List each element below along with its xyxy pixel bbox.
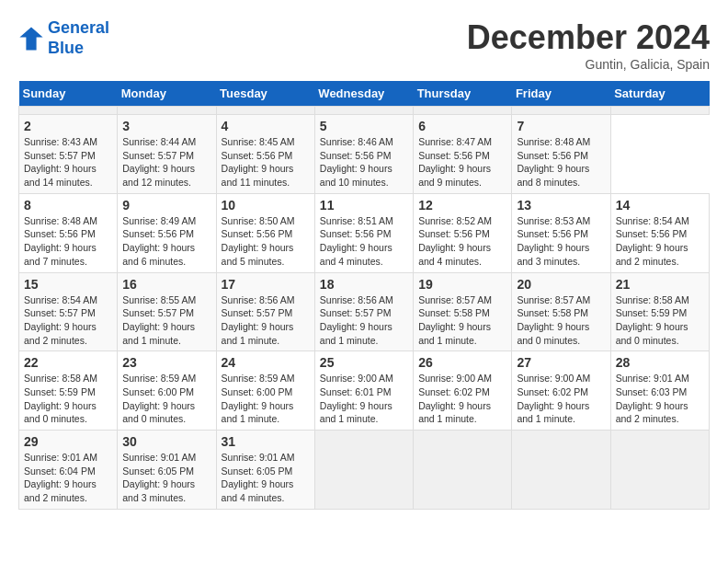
table-row <box>512 431 610 510</box>
day-number: 13 <box>517 198 605 213</box>
day-number: 28 <box>616 355 704 370</box>
table-row <box>414 431 512 510</box>
table-row: 21 Sunrise: 8:58 AMSunset: 5:59 PMDaylig… <box>610 272 709 351</box>
day-number: 20 <box>517 277 605 292</box>
day-number: 11 <box>320 198 408 213</box>
day-info: Sunrise: 8:53 AMSunset: 5:56 PMDaylight:… <box>517 215 590 267</box>
table-row: 30 Sunrise: 9:01 AMSunset: 6:05 PMDaylig… <box>118 431 216 510</box>
day-number: 17 <box>222 277 310 292</box>
table-row: 7 Sunrise: 8:48 AMSunset: 5:56 PMDayligh… <box>512 115 610 194</box>
day-info: Sunrise: 8:54 AMSunset: 5:56 PMDaylight:… <box>616 215 689 267</box>
day-number: 2 <box>24 119 112 133</box>
table-row: 22 Sunrise: 8:58 AMSunset: 5:59 PMDaylig… <box>19 351 118 431</box>
svg-marker-0 <box>19 27 42 50</box>
col-friday: Friday <box>512 81 610 107</box>
title-block: December 2024 Guntin, Galicia, Spain <box>467 18 710 72</box>
day-info: Sunrise: 8:58 AMSunset: 5:59 PMDaylight:… <box>24 373 97 424</box>
day-info: Sunrise: 9:00 AMSunset: 6:02 PMDaylight:… <box>418 373 492 424</box>
day-info: Sunrise: 8:48 AMSunset: 5:56 PMDaylight:… <box>24 215 97 267</box>
day-number: 3 <box>122 119 210 133</box>
day-number: 25 <box>320 355 408 370</box>
table-row: 29 Sunrise: 9:01 AMSunset: 6:04 PMDaylig… <box>19 431 118 510</box>
day-number: 6 <box>418 119 506 133</box>
table-row: 31 Sunrise: 9:01 AMSunset: 6:05 PMDaylig… <box>216 431 314 510</box>
day-number: 9 <box>122 198 210 213</box>
logo-blue: Blue <box>48 39 84 57</box>
logo-icon <box>18 26 44 52</box>
header-row: Sunday Monday Tuesday Wednesday Thursday… <box>19 81 710 107</box>
day-info: Sunrise: 8:52 AMSunset: 5:56 PMDaylight:… <box>418 215 492 267</box>
day-number: 29 <box>24 434 112 449</box>
day-info: Sunrise: 8:56 AMSunset: 5:57 PMDaylight:… <box>320 294 393 346</box>
day-number: 8 <box>24 198 112 213</box>
day-number: 18 <box>320 277 408 292</box>
calendar-week-5: 22 Sunrise: 8:58 AMSunset: 5:59 PMDaylig… <box>19 351 710 431</box>
table-row: 12 Sunrise: 8:52 AMSunset: 5:56 PMDaylig… <box>414 193 512 272</box>
col-wednesday: Wednesday <box>314 81 413 107</box>
day-number: 14 <box>616 198 704 213</box>
table-row: 19 Sunrise: 8:57 AMSunset: 5:58 PMDaylig… <box>414 272 512 351</box>
day-info: Sunrise: 8:49 AMSunset: 5:56 PMDaylight:… <box>122 215 196 267</box>
table-row <box>610 107 709 115</box>
day-info: Sunrise: 9:00 AMSunset: 6:01 PMDaylight:… <box>320 373 393 424</box>
table-row: 4 Sunrise: 8:45 AMSunset: 5:56 PMDayligh… <box>216 115 314 194</box>
col-monday: Monday <box>118 81 216 107</box>
logo-general: General <box>48 18 109 37</box>
day-info: Sunrise: 8:57 AMSunset: 5:58 PMDaylight:… <box>418 294 492 346</box>
day-number: 12 <box>418 198 506 213</box>
day-info: Sunrise: 8:44 AMSunset: 5:57 PMDaylight:… <box>122 136 196 188</box>
day-number: 5 <box>320 119 408 133</box>
day-number: 24 <box>222 355 310 370</box>
table-row: 8 Sunrise: 8:48 AMSunset: 5:56 PMDayligh… <box>19 193 118 272</box>
calendar-week-6: 29 Sunrise: 9:01 AMSunset: 6:04 PMDaylig… <box>19 431 710 510</box>
table-row: 14 Sunrise: 8:54 AMSunset: 5:56 PMDaylig… <box>610 193 709 272</box>
day-info: Sunrise: 8:59 AMSunset: 6:00 PMDaylight:… <box>222 373 295 424</box>
day-number: 21 <box>616 277 704 292</box>
table-row <box>512 107 610 115</box>
day-number: 10 <box>222 198 310 213</box>
day-number: 23 <box>122 355 210 370</box>
day-number: 22 <box>24 355 112 370</box>
day-number: 7 <box>517 119 605 133</box>
day-info: Sunrise: 8:51 AMSunset: 5:56 PMDaylight:… <box>320 215 393 267</box>
calendar-body: 2 Sunrise: 8:43 AMSunset: 5:57 PMDayligh… <box>19 107 710 510</box>
day-info: Sunrise: 9:00 AMSunset: 6:02 PMDaylight:… <box>517 373 590 424</box>
table-row <box>314 107 413 115</box>
logo-text: General Blue <box>48 18 109 58</box>
location: Guntin, Galicia, Spain <box>467 57 710 72</box>
table-row: 11 Sunrise: 8:51 AMSunset: 5:56 PMDaylig… <box>314 193 413 272</box>
table-row: 27 Sunrise: 9:00 AMSunset: 6:02 PMDaylig… <box>512 351 610 431</box>
day-info: Sunrise: 8:59 AMSunset: 6:00 PMDaylight:… <box>122 373 196 424</box>
table-row: 13 Sunrise: 8:53 AMSunset: 5:56 PMDaylig… <box>512 193 610 272</box>
day-info: Sunrise: 9:01 AMSunset: 6:05 PMDaylight:… <box>122 452 196 503</box>
day-info: Sunrise: 9:01 AMSunset: 6:05 PMDaylight:… <box>222 452 295 503</box>
day-info: Sunrise: 8:58 AMSunset: 5:59 PMDaylight:… <box>616 294 689 346</box>
day-number: 31 <box>222 434 310 449</box>
table-row: 16 Sunrise: 8:55 AMSunset: 5:57 PMDaylig… <box>118 272 216 351</box>
calendar-week-3: 8 Sunrise: 8:48 AMSunset: 5:56 PMDayligh… <box>19 193 710 272</box>
table-row: 6 Sunrise: 8:47 AMSunset: 5:56 PMDayligh… <box>414 115 512 194</box>
col-thursday: Thursday <box>414 81 512 107</box>
table-row: 15 Sunrise: 8:54 AMSunset: 5:57 PMDaylig… <box>19 272 118 351</box>
table-row: 20 Sunrise: 8:57 AMSunset: 5:58 PMDaylig… <box>512 272 610 351</box>
calendar-table: Sunday Monday Tuesday Wednesday Thursday… <box>18 81 710 510</box>
table-row: 3 Sunrise: 8:44 AMSunset: 5:57 PMDayligh… <box>118 115 216 194</box>
table-row: 9 Sunrise: 8:49 AMSunset: 5:56 PMDayligh… <box>118 193 216 272</box>
col-tuesday: Tuesday <box>216 81 314 107</box>
table-row: 24 Sunrise: 8:59 AMSunset: 6:00 PMDaylig… <box>216 351 314 431</box>
day-number: 27 <box>517 355 605 370</box>
day-info: Sunrise: 8:48 AMSunset: 5:56 PMDaylight:… <box>517 136 590 188</box>
month-title: December 2024 <box>467 18 710 57</box>
calendar-week-2: 2 Sunrise: 8:43 AMSunset: 5:57 PMDayligh… <box>19 115 710 194</box>
table-row: 23 Sunrise: 8:59 AMSunset: 6:00 PMDaylig… <box>118 351 216 431</box>
table-row: 17 Sunrise: 8:56 AMSunset: 5:57 PMDaylig… <box>216 272 314 351</box>
day-number: 4 <box>222 119 310 133</box>
col-saturday: Saturday <box>610 81 709 107</box>
day-number: 16 <box>122 277 210 292</box>
day-info: Sunrise: 8:54 AMSunset: 5:57 PMDaylight:… <box>24 294 97 346</box>
table-row: 25 Sunrise: 9:00 AMSunset: 6:01 PMDaylig… <box>314 351 413 431</box>
day-info: Sunrise: 9:01 AMSunset: 6:04 PMDaylight:… <box>24 452 97 503</box>
page-header: General Blue December 2024 Guntin, Galic… <box>18 18 710 72</box>
table-row: 5 Sunrise: 8:46 AMSunset: 5:56 PMDayligh… <box>314 115 413 194</box>
day-number: 30 <box>122 434 210 449</box>
